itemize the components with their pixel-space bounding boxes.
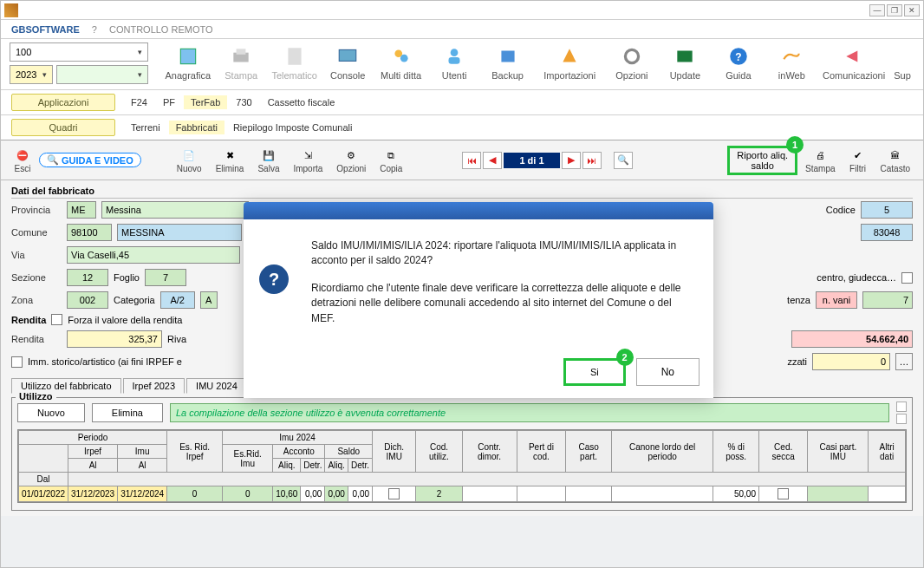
cell-al-imu[interactable]: 31/12/2024 <box>118 486 167 502</box>
ribbon-sup[interactable]: Sup <box>890 42 914 81</box>
combo-green[interactable]: ▾ <box>56 65 148 84</box>
btn-copia[interactable]: ⧉Copia <box>374 144 408 176</box>
cell-sal-aliq[interactable]: 0,00 <box>325 486 348 502</box>
modal-btn-si[interactable]: 2 Si <box>563 358 626 386</box>
tab-f24[interactable]: F24 <box>124 95 154 109</box>
cell-codutil[interactable]: 2 <box>416 486 462 502</box>
tab-fabbricati[interactable]: Fabbricati <box>169 121 224 134</box>
inp-via[interactable]: Via Caselli,45 <box>67 246 240 264</box>
btn-guida-video[interactable]: 🔍GUIDA E VIDEO <box>39 153 141 167</box>
ribbon-guida[interactable]: ?Guida <box>713 42 764 81</box>
table-row[interactable]: 01/01/2022 31/12/2023 31/12/2024 0 0 10,… <box>19 486 906 502</box>
ribbon-utenti[interactable]: Utenti <box>428 42 479 81</box>
cell-dich[interactable] <box>373 486 416 502</box>
inp-cap[interactable]: 98100 <box>67 224 112 241</box>
btn-esci[interactable]: ⛔Esci <box>8 144 37 176</box>
cell-caso[interactable] <box>566 486 612 502</box>
btn-elimina[interactable]: ✖Elimina <box>210 144 251 176</box>
pager-next[interactable]: ▶ <box>562 152 581 169</box>
inp-categoria[interactable]: A/2 <box>160 291 195 309</box>
ribbon-backup[interactable]: Backup <box>482 42 533 81</box>
inp-foglio[interactable]: 7 <box>145 269 186 286</box>
inp-sezione[interactable]: 12 <box>67 269 108 286</box>
cell-ced[interactable] <box>758 486 807 502</box>
tab-pf[interactable]: PF <box>156 95 182 109</box>
ribbon-comunicazioni[interactable]: Comunicazioni <box>819 42 888 81</box>
cell-acc-detr[interactable]: 0,00 <box>301 486 325 502</box>
modal-btn-no[interactable]: No <box>636 358 700 386</box>
inp-rendita[interactable]: 325,37 <box>67 330 162 348</box>
scroll-down[interactable] <box>896 414 907 424</box>
cell-esrid[interactable]: 0 <box>167 486 223 502</box>
menu-bar: GBSOFTWARE ? CONTROLLO REMOTO <box>1 20 923 39</box>
menu-remote[interactable]: CONTROLLO REMOTO <box>109 24 213 35</box>
inp-nvani[interactable]: 7 <box>862 291 913 309</box>
tab-irpef2023[interactable]: Irpef 2023 <box>123 378 185 394</box>
ribbon-update[interactable]: Update <box>660 42 711 81</box>
ribbon-inweb[interactable]: inWeb <box>766 42 817 81</box>
ribbon-opzioni[interactable]: Opzioni <box>606 42 657 81</box>
cell-acc-aliq[interactable]: 10,60 <box>273 486 301 502</box>
tab-terreni[interactable]: Terreni <box>124 121 167 134</box>
tab-riepilogo[interactable]: Riepilogo Imposte Comunali <box>226 121 360 134</box>
cell-casi[interactable] <box>808 486 869 502</box>
ribbon-console[interactable]: Console <box>322 42 373 81</box>
cell-altri[interactable] <box>869 486 906 502</box>
cell-dal[interactable]: 01/01/2022 <box>19 486 68 502</box>
btn-applicazioni[interactable]: Applicazioni <box>11 94 115 111</box>
tab-imu2024[interactable]: IMU 2024 <box>186 378 247 394</box>
btn-filtri[interactable]: ✔Filtri <box>843 144 873 176</box>
chk-centro[interactable] <box>901 272 913 284</box>
pager-prev[interactable]: ◀ <box>483 152 502 169</box>
inp-zona[interactable]: 002 <box>67 291 108 309</box>
inp-categoria-code[interactable]: A <box>200 291 218 309</box>
cell-canone[interactable] <box>611 486 713 502</box>
inp-provincia-code[interactable]: ME <box>67 201 96 219</box>
tab-cassetto[interactable]: Cassetto fiscale <box>261 95 342 109</box>
btn-salva[interactable]: 💾Salva <box>251 144 285 176</box>
minimize-button[interactable]: — <box>869 4 885 16</box>
cell-pert[interactable] <box>517 486 566 502</box>
combo-num[interactable]: 100 ▾ <box>10 42 148 62</box>
btn-stampa2[interactable]: 🖨Stampa <box>799 144 841 176</box>
ribbon-multiditta[interactable]: Multi ditta <box>375 42 426 81</box>
inp-zzati[interactable]: 0 <box>812 353 890 370</box>
btn-catasto[interactable]: 🏛Catasto <box>875 144 916 176</box>
new-icon: 📄 <box>180 147 198 164</box>
cell-sal-detr[interactable]: 0,00 <box>348 486 372 502</box>
lbl-storico: Imm. storico/artistico (ai fini IRPEF e <box>28 356 182 367</box>
tab-terfab[interactable]: TerFab <box>184 95 227 109</box>
ribbon-telematico[interactable]: Telematico <box>269 42 320 81</box>
btn-importa[interactable]: ⇲Importa <box>287 144 329 176</box>
pager-first[interactable]: ⏮ <box>462 152 481 169</box>
close-button[interactable]: ✕ <box>904 4 920 16</box>
cell-al-irpef[interactable]: 31/12/2023 <box>68 486 118 502</box>
btn-util-elimina[interactable]: Elimina <box>92 403 163 422</box>
chk-forza[interactable] <box>51 314 62 325</box>
restore-button[interactable]: ❐ <box>887 4 902 16</box>
inp-comune-name[interactable]: MESSINA <box>117 224 242 241</box>
tab-730[interactable]: 730 <box>229 95 258 109</box>
ribbon-stampa[interactable]: Stampa <box>215 42 266 81</box>
inp-codice[interactable]: 5 <box>861 201 913 219</box>
chk-storico[interactable] <box>11 356 23 368</box>
btn-opzioni2[interactable]: ⚙Opzioni <box>330 144 372 176</box>
btn-nuovo[interactable]: 📄Nuovo <box>171 144 208 176</box>
combo-year[interactable]: 2023 ▾ <box>10 65 53 84</box>
scroll-up[interactable] <box>896 402 907 412</box>
btn-quadri[interactable]: Quadri <box>11 119 115 136</box>
ribbon-anagrafica[interactable]: Anagrafica <box>162 42 213 81</box>
btn-util-nuovo[interactable]: Nuovo <box>17 403 85 422</box>
cell-contr[interactable] <box>462 486 517 502</box>
menu-gbsoftware[interactable]: GBSOFTWARE <box>11 24 80 35</box>
btn-riporto-aliq-saldo[interactable]: 1 Riporto aliq. saldo <box>727 146 797 175</box>
cell-esrid-imu[interactable]: 0 <box>223 486 273 502</box>
inp-provincia-name[interactable]: Messina <box>101 201 249 219</box>
menu-help[interactable]: ? <box>92 24 97 35</box>
inp-comune-code[interactable]: 83048 <box>861 224 913 241</box>
btn-search[interactable]: 🔍 <box>614 152 633 169</box>
btn-ellipsis[interactable]: … <box>895 353 913 370</box>
pager-last[interactable]: ⏭ <box>582 152 602 169</box>
cell-poss[interactable]: 50,00 <box>713 486 759 502</box>
ribbon-importazioni[interactable]: Importazioni <box>535 42 604 81</box>
